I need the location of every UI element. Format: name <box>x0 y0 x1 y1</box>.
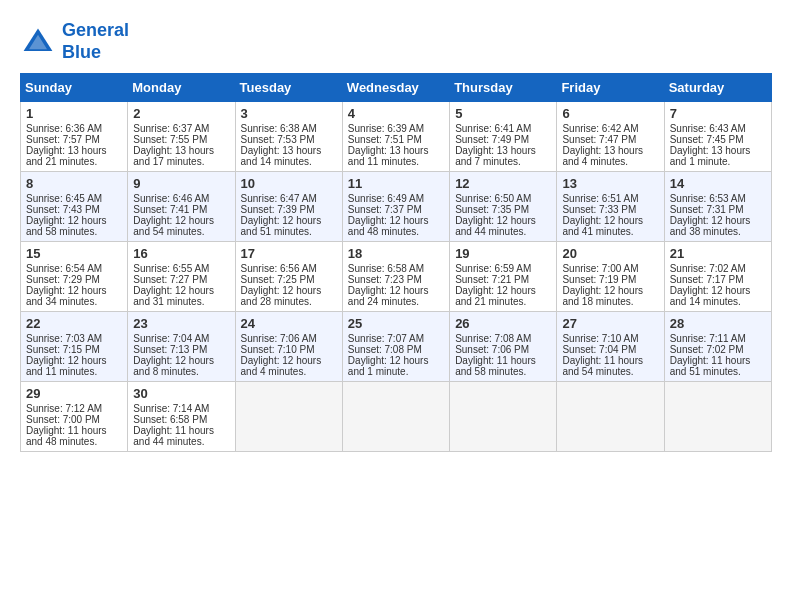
sunrise-label: Sunrise: 6:59 AM <box>455 263 531 274</box>
day-29: 29 Sunrise: 7:12 AM Sunset: 7:00 PM Dayl… <box>21 382 128 452</box>
day-number: 20 <box>562 246 658 261</box>
sunrise-label: Sunrise: 6:46 AM <box>133 193 209 204</box>
sunset-label: Sunset: 7:02 PM <box>670 344 744 355</box>
sunrise-label: Sunrise: 6:50 AM <box>455 193 531 204</box>
sunrise-label: Sunrise: 7:04 AM <box>133 333 209 344</box>
sunrise-label: Sunrise: 7:10 AM <box>562 333 638 344</box>
calendar-week-3: 15 Sunrise: 6:54 AM Sunset: 7:29 PM Dayl… <box>21 242 772 312</box>
sunrise-label: Sunrise: 6:53 AM <box>670 193 746 204</box>
day-number: 8 <box>26 176 122 191</box>
sunset-label: Sunset: 7:35 PM <box>455 204 529 215</box>
sunrise-label: Sunrise: 6:56 AM <box>241 263 317 274</box>
day-number: 3 <box>241 106 337 121</box>
sunrise-label: Sunrise: 7:03 AM <box>26 333 102 344</box>
sunset-label: Sunset: 7:27 PM <box>133 274 207 285</box>
sunrise-label: Sunrise: 7:12 AM <box>26 403 102 414</box>
day-16: 16 Sunrise: 6:55 AM Sunset: 7:27 PM Dayl… <box>128 242 235 312</box>
day-number: 19 <box>455 246 551 261</box>
sunset-label: Sunset: 7:57 PM <box>26 134 100 145</box>
daylight-label: Daylight: 12 hours and 31 minutes. <box>133 285 214 307</box>
sunrise-label: Sunrise: 6:55 AM <box>133 263 209 274</box>
day-number: 4 <box>348 106 444 121</box>
daylight-label: Daylight: 11 hours and 44 minutes. <box>133 425 214 447</box>
day-17: 17 Sunrise: 6:56 AM Sunset: 7:25 PM Dayl… <box>235 242 342 312</box>
day-24: 24 Sunrise: 7:06 AM Sunset: 7:10 PM Dayl… <box>235 312 342 382</box>
sunset-label: Sunset: 7:39 PM <box>241 204 315 215</box>
sunset-label: Sunset: 7:06 PM <box>455 344 529 355</box>
day-empty <box>342 382 449 452</box>
day-number: 25 <box>348 316 444 331</box>
daylight-label: Daylight: 12 hours and 11 minutes. <box>26 355 107 377</box>
daylight-label: Daylight: 11 hours and 54 minutes. <box>562 355 643 377</box>
sunset-label: Sunset: 7:41 PM <box>133 204 207 215</box>
calendar-week-5: 29 Sunrise: 7:12 AM Sunset: 7:00 PM Dayl… <box>21 382 772 452</box>
logo-text: General Blue <box>62 20 129 63</box>
day-empty <box>664 382 771 452</box>
day-19: 19 Sunrise: 6:59 AM Sunset: 7:21 PM Dayl… <box>450 242 557 312</box>
sunset-label: Sunset: 7:08 PM <box>348 344 422 355</box>
sunrise-label: Sunrise: 6:51 AM <box>562 193 638 204</box>
daylight-label: Daylight: 12 hours and 24 minutes. <box>348 285 429 307</box>
day-20: 20 Sunrise: 7:00 AM Sunset: 7:19 PM Dayl… <box>557 242 664 312</box>
sunrise-label: Sunrise: 7:07 AM <box>348 333 424 344</box>
calendar-week-1: 1 Sunrise: 6:36 AM Sunset: 7:57 PM Dayli… <box>21 102 772 172</box>
sunset-label: Sunset: 7:43 PM <box>26 204 100 215</box>
day-number: 5 <box>455 106 551 121</box>
daylight-label: Daylight: 13 hours and 1 minute. <box>670 145 751 167</box>
daylight-label: Daylight: 12 hours and 4 minutes. <box>241 355 322 377</box>
day-number: 13 <box>562 176 658 191</box>
sunrise-label: Sunrise: 6:41 AM <box>455 123 531 134</box>
day-15: 15 Sunrise: 6:54 AM Sunset: 7:29 PM Dayl… <box>21 242 128 312</box>
daylight-label: Daylight: 12 hours and 41 minutes. <box>562 215 643 237</box>
daylight-label: Daylight: 12 hours and 54 minutes. <box>133 215 214 237</box>
day-number: 28 <box>670 316 766 331</box>
sunset-label: Sunset: 7:29 PM <box>26 274 100 285</box>
day-number: 17 <box>241 246 337 261</box>
col-thursday: Thursday <box>450 74 557 102</box>
logo-icon <box>20 24 56 60</box>
day-number: 23 <box>133 316 229 331</box>
sunset-label: Sunset: 7:37 PM <box>348 204 422 215</box>
day-number: 24 <box>241 316 337 331</box>
day-number: 1 <box>26 106 122 121</box>
daylight-label: Daylight: 12 hours and 28 minutes. <box>241 285 322 307</box>
col-sunday: Sunday <box>21 74 128 102</box>
sunset-label: Sunset: 7:15 PM <box>26 344 100 355</box>
day-number: 15 <box>26 246 122 261</box>
daylight-label: Daylight: 12 hours and 58 minutes. <box>26 215 107 237</box>
day-number: 2 <box>133 106 229 121</box>
day-6: 6 Sunrise: 6:42 AM Sunset: 7:47 PM Dayli… <box>557 102 664 172</box>
sunrise-label: Sunrise: 7:06 AM <box>241 333 317 344</box>
col-monday: Monday <box>128 74 235 102</box>
sunrise-label: Sunrise: 6:39 AM <box>348 123 424 134</box>
day-empty <box>450 382 557 452</box>
day-2: 2 Sunrise: 6:37 AM Sunset: 7:55 PM Dayli… <box>128 102 235 172</box>
daylight-label: Daylight: 13 hours and 14 minutes. <box>241 145 322 167</box>
sunrise-label: Sunrise: 6:36 AM <box>26 123 102 134</box>
col-wednesday: Wednesday <box>342 74 449 102</box>
day-9: 9 Sunrise: 6:46 AM Sunset: 7:41 PM Dayli… <box>128 172 235 242</box>
sunrise-label: Sunrise: 6:58 AM <box>348 263 424 274</box>
day-27: 27 Sunrise: 7:10 AM Sunset: 7:04 PM Dayl… <box>557 312 664 382</box>
day-number: 27 <box>562 316 658 331</box>
daylight-label: Daylight: 11 hours and 51 minutes. <box>670 355 751 377</box>
calendar-table: Sunday Monday Tuesday Wednesday Thursday… <box>20 73 772 452</box>
sunset-label: Sunset: 7:31 PM <box>670 204 744 215</box>
sunset-label: Sunset: 7:47 PM <box>562 134 636 145</box>
daylight-label: Daylight: 11 hours and 48 minutes. <box>26 425 107 447</box>
calendar-week-2: 8 Sunrise: 6:45 AM Sunset: 7:43 PM Dayli… <box>21 172 772 242</box>
day-11: 11 Sunrise: 6:49 AM Sunset: 7:37 PM Dayl… <box>342 172 449 242</box>
day-7: 7 Sunrise: 6:43 AM Sunset: 7:45 PM Dayli… <box>664 102 771 172</box>
page-header: General Blue <box>20 20 772 63</box>
day-empty <box>235 382 342 452</box>
sunset-label: Sunset: 7:13 PM <box>133 344 207 355</box>
day-number: 6 <box>562 106 658 121</box>
daylight-label: Daylight: 12 hours and 1 minute. <box>348 355 429 377</box>
daylight-label: Daylight: 12 hours and 44 minutes. <box>455 215 536 237</box>
sunset-label: Sunset: 7:51 PM <box>348 134 422 145</box>
sunrise-label: Sunrise: 6:37 AM <box>133 123 209 134</box>
daylight-label: Daylight: 13 hours and 7 minutes. <box>455 145 536 167</box>
sunrise-label: Sunrise: 7:08 AM <box>455 333 531 344</box>
day-12: 12 Sunrise: 6:50 AM Sunset: 7:35 PM Dayl… <box>450 172 557 242</box>
day-8: 8 Sunrise: 6:45 AM Sunset: 7:43 PM Dayli… <box>21 172 128 242</box>
